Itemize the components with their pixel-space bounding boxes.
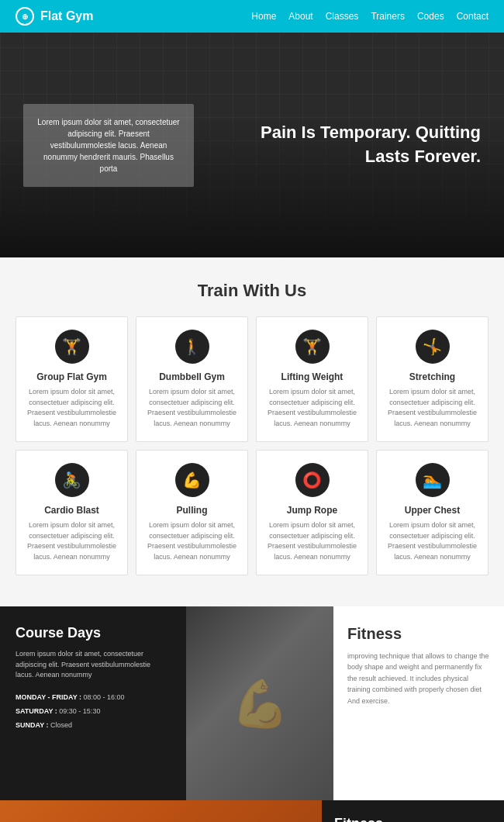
- schedule-sat: SATURDAY : 09:30 - 15:30: [16, 704, 171, 718]
- schedule-sun: SUNDAY : Closed: [16, 718, 171, 732]
- fitness-info-top: Fitness improving technique that allows …: [333, 606, 504, 800]
- nav-home[interactable]: Home: [251, 11, 276, 22]
- schedule-sun-label: SUNDAY :: [16, 721, 50, 729]
- info-section: Course Days Lorem ipsum dolor sit amet, …: [0, 606, 504, 800]
- jump-rope-icon: ⭕: [295, 463, 330, 497]
- schedule: MONDAY - FRIDAY : 08:00 - 16:00 SATURDAY…: [16, 690, 171, 732]
- stretching-text: Lorem ipsum dolor sit amet, consectetuer…: [385, 387, 480, 429]
- fitness-top-title: Fitness: [347, 625, 490, 643]
- train-title: Train With Us: [16, 281, 488, 301]
- gym-photo-inner: [186, 606, 333, 800]
- card-group-flat-gym: 🏋 Group Flat Gym Lorem ipsum dolor sit a…: [16, 316, 128, 442]
- navbar: ⊕ Flat Gym Home About Classes Trainers C…: [0, 0, 504, 33]
- schedule-mf-label: MONDAY - FRIDAY :: [16, 693, 84, 701]
- nav-codes[interactable]: Codes: [417, 11, 444, 22]
- brand-name: Flat Gym: [40, 9, 93, 23]
- upper-chest-text: Lorem ipsum dolor sit amet, consectetuer…: [385, 520, 480, 562]
- card-upper-chest: 🏊 Upper Chest Lorem ipsum dolor sit amet…: [376, 450, 488, 575]
- stretching-title: Stretching: [385, 371, 480, 382]
- card-cardio-blast: 🚴 Cardio Blast Lorem ipsum dolor sit ame…: [16, 450, 128, 575]
- lifting-weight-icon: 🏋: [295, 330, 330, 364]
- cardio-blast-icon: 🚴: [55, 463, 89, 497]
- lifting-weight-title: Lifting Weight: [264, 371, 360, 382]
- fitness-top-text: improving technique that allows to chang…: [347, 651, 490, 706]
- nav-trainers[interactable]: Trainers: [371, 11, 405, 22]
- jump-rope-title: Jump Rope: [264, 505, 360, 516]
- cardio-blast-title: Cardio Blast: [24, 505, 119, 516]
- pulling-text: Lorem ipsum dolor sit amet, consectetuer…: [144, 520, 240, 562]
- hero-lorem-text: Lorem ipsum dolor sit amet, consectetuer…: [36, 116, 181, 174]
- upper-chest-icon: 🏊: [416, 463, 450, 497]
- card-lifting-weight: 🏋 Lifting Weight Lorem ipsum dolor sit a…: [256, 316, 368, 442]
- cards-row-2: 🚴 Cardio Blast Lorem ipsum dolor sit ame…: [16, 450, 488, 575]
- jump-rope-text: Lorem ipsum dolor sit amet, consectetuer…: [264, 520, 360, 562]
- group-flat-gym-icon: 🏋: [55, 330, 89, 364]
- brand: ⊕ Flat Gym: [16, 7, 93, 26]
- fitness-info-bottom: Fitness Improving technique that allows …: [322, 800, 504, 822]
- card-dumbbell-gym: 🚶 Dumbbell Gym Lorem ipsum dolor sit ame…: [136, 316, 248, 442]
- cards-row-1: 🏋 Group Flat Gym Lorem ipsum dolor sit a…: [16, 316, 488, 442]
- course-days-title: Course Days: [16, 625, 171, 641]
- fitness-bottom-title: Fitness: [334, 816, 492, 822]
- dumbbell-gym-text: Lorem ipsum dolor sit amet, consectetuer…: [144, 387, 240, 429]
- dumbbell-gym-icon: 🚶: [175, 330, 209, 364]
- hero-quote: Pain Is Temporary. Quitting Lasts Foreve…: [233, 121, 481, 169]
- dumbbell-gym-title: Dumbbell Gym: [144, 371, 240, 382]
- schedule-mf: MONDAY - FRIDAY : 08:00 - 16:00: [16, 690, 171, 704]
- nav-contact[interactable]: Contact: [457, 11, 488, 22]
- group-flat-gym-title: Group Flat Gym: [24, 371, 119, 382]
- upper-chest-title: Upper Chest: [385, 505, 480, 516]
- stretching-icon: 🤸: [416, 330, 450, 364]
- train-section: Train With Us 🏋 Group Flat Gym Lorem ips…: [0, 257, 504, 606]
- cycling-photo: [0, 800, 322, 822]
- card-jump-rope: ⭕ Jump Rope Lorem ipsum dolor sit amet, …: [256, 450, 368, 575]
- pulling-icon: 💪: [175, 463, 209, 497]
- nav-about[interactable]: About: [288, 11, 312, 22]
- hero-content: Lorem ipsum dolor sit amet, consectetuer…: [0, 88, 504, 202]
- group-flat-gym-text: Lorem ipsum dolor sit amet, consectetuer…: [24, 387, 119, 429]
- course-days-panel: Course Days Lorem ipsum dolor sit amet, …: [0, 606, 186, 800]
- hero-section: Lorem ipsum dolor sit amet, consectetuer…: [0, 33, 504, 257]
- nav-classes[interactable]: Classes: [326, 11, 359, 22]
- gym-trainer-photo: [186, 606, 333, 800]
- cardio-blast-text: Lorem ipsum dolor sit amet, consectetuer…: [24, 520, 119, 562]
- lifting-weight-text: Lorem ipsum dolor sit amet, consectetuer…: [264, 387, 360, 429]
- schedule-sat-label: SATURDAY :: [16, 707, 59, 715]
- course-days-text: Lorem ipsum dolor sit amet, consectetuer…: [16, 649, 171, 681]
- bottom-row: Fitness Improving technique that allows …: [0, 800, 504, 822]
- card-pulling: 💪 Pulling Lorem ipsum dolor sit amet, co…: [136, 450, 248, 575]
- pulling-title: Pulling: [144, 505, 240, 516]
- cycling-overlay: [0, 800, 322, 822]
- brand-icon: ⊕: [16, 7, 34, 26]
- nav-links: Home About Classes Trainers Codes Contac…: [251, 11, 488, 22]
- hero-lorem-box: Lorem ipsum dolor sit amet, consectetuer…: [23, 104, 194, 187]
- card-stretching: 🤸 Stretching Lorem ipsum dolor sit amet,…: [376, 316, 488, 442]
